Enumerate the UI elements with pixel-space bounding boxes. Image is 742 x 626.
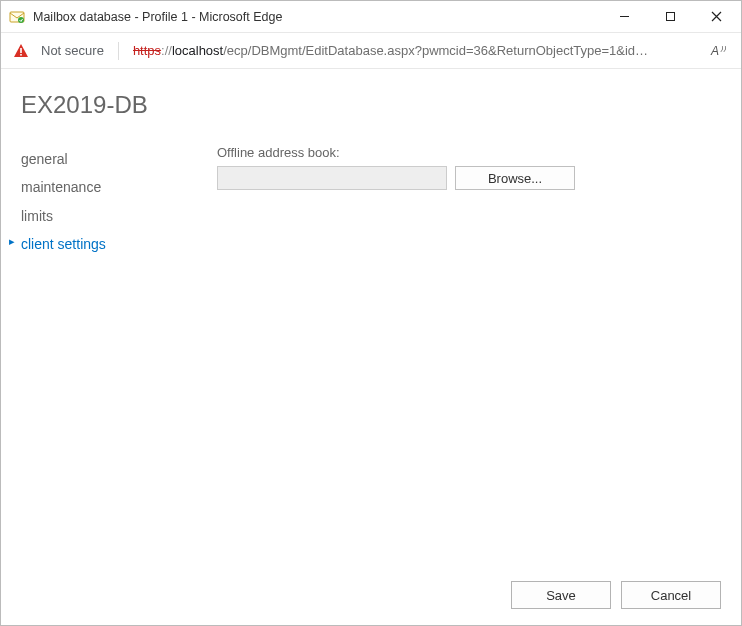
url-path: /ecp/DBMgmt/EditDatabase.aspx?pwmcid=36&… bbox=[223, 43, 648, 58]
url-scheme: https bbox=[133, 43, 161, 58]
nav-item-limits[interactable]: limits bbox=[21, 202, 189, 230]
not-secure-icon[interactable] bbox=[13, 43, 29, 59]
svg-rect-3 bbox=[20, 48, 22, 53]
read-aloud-icon[interactable]: A⁾⁾ bbox=[707, 40, 729, 62]
nav-item-client-settings[interactable]: client settings bbox=[21, 230, 189, 258]
url-host: localhost bbox=[172, 43, 223, 58]
address-bar: Not secure https://localhost/ecp/DBMgmt/… bbox=[1, 33, 741, 69]
sidebar-nav: general maintenance limits client settin… bbox=[21, 145, 189, 259]
app-icon bbox=[9, 9, 25, 25]
page-title: EX2019-DB bbox=[21, 91, 721, 119]
maximize-button[interactable] bbox=[647, 2, 693, 32]
minimize-button[interactable] bbox=[601, 2, 647, 32]
not-secure-label[interactable]: Not secure bbox=[41, 43, 104, 58]
url-slashes: :// bbox=[161, 43, 172, 58]
close-button[interactable] bbox=[693, 2, 739, 32]
svg-rect-2 bbox=[666, 13, 674, 21]
window-titlebar: Mailbox database - Profile 1 - Microsoft… bbox=[1, 1, 741, 33]
svg-rect-4 bbox=[20, 54, 22, 56]
nav-item-general[interactable]: general bbox=[21, 145, 189, 173]
save-button[interactable]: Save bbox=[511, 581, 611, 609]
main-panel: Offline address book: Browse... bbox=[217, 145, 721, 259]
browse-button[interactable]: Browse... bbox=[455, 166, 575, 190]
nav-item-maintenance[interactable]: maintenance bbox=[21, 173, 189, 201]
oab-label: Offline address book: bbox=[217, 145, 721, 160]
cancel-button[interactable]: Cancel bbox=[621, 581, 721, 609]
window-controls bbox=[601, 2, 739, 32]
content-area: EX2019-DB general maintenance limits cli… bbox=[1, 69, 741, 626]
oab-input[interactable] bbox=[217, 166, 447, 190]
url-display[interactable]: https://localhost/ecp/DBMgmt/EditDatabas… bbox=[133, 43, 695, 58]
addressbar-divider bbox=[118, 42, 119, 60]
footer-actions: Save Cancel bbox=[511, 581, 721, 609]
window-title: Mailbox database - Profile 1 - Microsoft… bbox=[33, 10, 282, 24]
